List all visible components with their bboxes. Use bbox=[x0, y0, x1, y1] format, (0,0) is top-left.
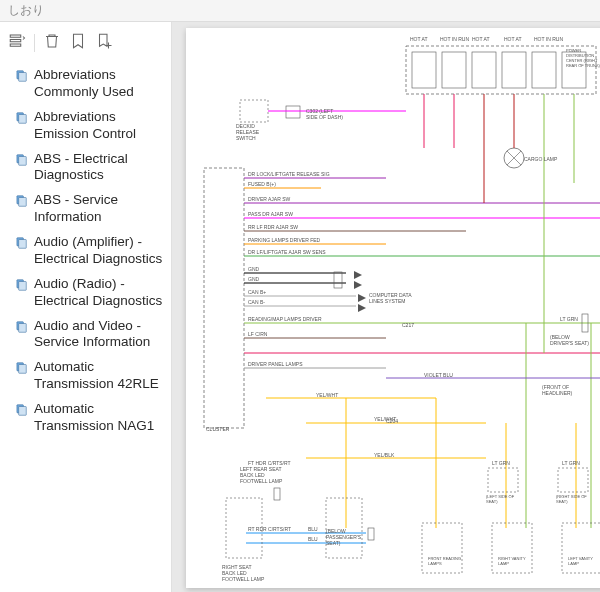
svg-marker-50 bbox=[358, 304, 366, 312]
lt-grn2-label: LT GRN bbox=[492, 460, 510, 466]
pdf-page: HOT AT HOT IN RUN HOT AT HOT AT HOT IN R… bbox=[186, 28, 600, 588]
page-icon bbox=[14, 153, 28, 171]
svg-rect-18 bbox=[19, 365, 27, 374]
sig-row-9: CAN B+ bbox=[248, 289, 266, 295]
tab-label: しおり bbox=[8, 2, 44, 19]
trash-icon[interactable] bbox=[43, 32, 61, 53]
svg-marker-49 bbox=[358, 294, 366, 302]
svg-rect-79 bbox=[488, 468, 518, 492]
yel-side-label: (RIGHT SIDE OF SEAT) bbox=[556, 494, 592, 504]
svg-rect-4 bbox=[19, 73, 27, 82]
page-icon bbox=[14, 236, 28, 254]
sig-row-4: RR LF RDR AJAR SW bbox=[248, 224, 298, 230]
svg-marker-51 bbox=[354, 271, 362, 279]
svg-rect-14 bbox=[19, 281, 27, 290]
bookmark-item[interactable]: ABS - Electrical Diagnostics bbox=[6, 147, 167, 189]
bookmark-item[interactable]: Audio (Radio) - Electrical Diagnostics bbox=[6, 272, 167, 314]
pdc-label: POWER DISTRIBUTION CENTER (RIGHT REAR OF… bbox=[566, 48, 600, 68]
bookmark-item[interactable]: Abbreviations Emission Control bbox=[6, 105, 167, 147]
sig-row-3: PASS DR AJAR SW bbox=[248, 211, 293, 217]
computer-data-lines-label: COMPUTER DATA LINES SYSTEM bbox=[369, 292, 413, 304]
ft-hdr-label: FT HDR C/RTS/RT bbox=[248, 460, 291, 466]
bookmark-label: ABS - Electrical Diagnostics bbox=[34, 151, 165, 185]
bookmark-icon[interactable] bbox=[69, 32, 87, 53]
lt-grn3-label: LT GRN bbox=[562, 460, 580, 466]
bookmark-item[interactable]: Automatic Transmission NAG1 bbox=[6, 397, 167, 439]
svg-rect-20 bbox=[19, 407, 27, 416]
sidebar-toolbar bbox=[4, 28, 167, 63]
sig-row-7: GND bbox=[248, 266, 259, 272]
pdf-canvas[interactable]: HOT AT HOT IN RUN HOT AT HOT AT HOT IN R… bbox=[172, 22, 600, 592]
page-icon bbox=[14, 111, 28, 129]
sig-row-0: DR LOCK/LIFTGATE RELEASE SIG bbox=[248, 171, 330, 177]
svg-rect-0 bbox=[10, 35, 21, 37]
sig-row-12: LF C/RN bbox=[248, 331, 267, 337]
cluster-label: CLUSTER bbox=[206, 426, 229, 432]
svg-rect-28 bbox=[240, 100, 268, 122]
svg-marker-52 bbox=[354, 281, 362, 289]
bookmark-item[interactable]: Audio (Amplifier) - Electrical Diagnosti… bbox=[6, 230, 167, 272]
svg-rect-80 bbox=[558, 468, 588, 492]
sig-row-11: READING/MAP LAMPS DRIVER bbox=[248, 316, 322, 322]
yelwht-label: YEL/WHT bbox=[316, 392, 338, 398]
page-icon bbox=[14, 403, 28, 421]
svg-rect-82 bbox=[274, 488, 280, 500]
rt-rdr-label: RT RDR C/RTS/RT bbox=[248, 526, 291, 532]
c217-label: C217 bbox=[402, 322, 414, 328]
violet-blu-label: VIOLET BLU bbox=[424, 372, 453, 378]
svg-rect-6 bbox=[19, 114, 27, 123]
page-icon bbox=[14, 278, 28, 296]
outline-icon[interactable] bbox=[8, 32, 26, 53]
front-reading-label: FRONT READING LAMPS bbox=[428, 556, 468, 566]
bookmark-item[interactable]: Audio and Video - Service Information bbox=[6, 314, 167, 356]
blu-label: BLU bbox=[308, 526, 318, 532]
svg-rect-30 bbox=[204, 168, 244, 428]
yelblk-label: YEL/BLK bbox=[374, 452, 394, 458]
bookmark-label: Audio and Video - Service Information bbox=[34, 318, 165, 352]
pdf-tab-bar: しおり bbox=[0, 0, 600, 22]
svg-rect-54 bbox=[334, 272, 342, 288]
sig-row-5: PARKING LAMPS DRIVER FED bbox=[248, 237, 320, 243]
svg-rect-26 bbox=[532, 52, 556, 88]
page-icon bbox=[14, 361, 28, 379]
lt-side-label: (LEFT SIDE OF SEAT) bbox=[486, 494, 522, 504]
c204-label: C204 bbox=[386, 418, 398, 424]
right-seat-led-label: RIGHT SEAT BACK LED FOOTWELL LAMP bbox=[222, 564, 266, 582]
c302-label: C302 (LEFT SIDE OF DASH) bbox=[306, 108, 346, 120]
hot-label-5: HOT IN RUN bbox=[534, 36, 563, 42]
left-vanity-label: LEFT VANITY LAMP bbox=[568, 556, 600, 566]
svg-rect-1 bbox=[10, 40, 21, 42]
sig-row-8: GND bbox=[248, 276, 259, 282]
sig-row-14: DRIVER PANEL LAMPS bbox=[248, 361, 302, 367]
bookmark-label: Abbreviations Emission Control bbox=[34, 109, 165, 143]
bookmark-item[interactable]: ABS - Service Information bbox=[6, 188, 167, 230]
bookmark-label: Audio (Radio) - Electrical Diagnostics bbox=[34, 276, 165, 310]
svg-rect-25 bbox=[502, 52, 526, 88]
lt-grn-label: LT GRN bbox=[560, 316, 578, 322]
bookmark-label: Automatic Transmission 42RLE bbox=[34, 359, 165, 393]
bookmarks-sidebar: Abbreviations Commonly UsedAbbreviations… bbox=[0, 22, 172, 592]
svg-rect-23 bbox=[442, 52, 466, 88]
sig-row-10: CAN B- bbox=[248, 299, 265, 305]
page-icon bbox=[14, 320, 28, 338]
hot-label-3: HOT AT bbox=[472, 36, 490, 42]
hot-label-2: HOT IN RUN bbox=[440, 36, 469, 42]
page-icon bbox=[14, 194, 28, 212]
svg-rect-24 bbox=[472, 52, 496, 88]
sig-row-2: DRIVER AJAR SW bbox=[248, 196, 290, 202]
svg-rect-16 bbox=[19, 323, 27, 332]
svg-rect-10 bbox=[19, 198, 27, 207]
bookmark-item[interactable]: Abbreviations Commonly Used bbox=[6, 63, 167, 105]
bookmark-label: Automatic Transmission NAG1 bbox=[34, 401, 165, 435]
page-icon bbox=[14, 69, 28, 87]
bookmark-label: ABS - Service Information bbox=[34, 192, 165, 226]
svg-rect-29 bbox=[286, 106, 300, 118]
wiring-diagram bbox=[186, 28, 600, 588]
sig-row-6: DR LF/LIFTGATE AJAR SW SENS bbox=[248, 249, 326, 255]
bookmark-item[interactable]: Automatic Transmission 42RLE bbox=[6, 355, 167, 397]
blu2-label: BLU bbox=[308, 536, 318, 542]
below-passenger-label: (BELOW PASSENGER'S SEAT) bbox=[326, 528, 376, 546]
left-rear-seat-led-label: LEFT REAR SEAT BACK LED FOOTWELL LAMP bbox=[240, 466, 288, 484]
sig-row-1: FUSED B(+) bbox=[248, 181, 276, 187]
add-bookmark-icon[interactable] bbox=[95, 32, 113, 53]
